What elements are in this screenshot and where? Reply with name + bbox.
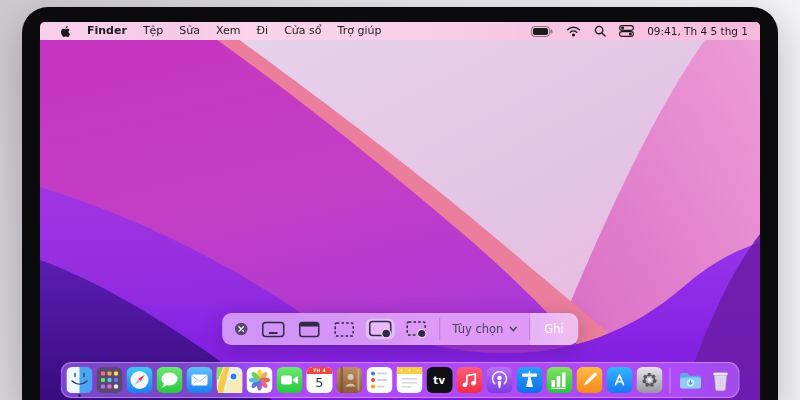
control-center-icon[interactable] [619,25,634,37]
dock-icon-maps[interactable] [217,367,243,393]
record-selection-button[interactable] [402,318,430,340]
menu-item-di[interactable]: Đi [249,22,277,40]
capture-selection-icon [333,321,355,338]
close-button[interactable] [231,320,251,338]
dock-icon-tv[interactable]: tv [427,367,453,393]
record-entire-screen-button[interactable] [365,318,395,340]
dock-icon-photos[interactable] [247,367,273,393]
menu-item-sua[interactable]: Sửa [171,22,208,40]
dock-icon-trash[interactable] [708,367,734,393]
capture-selection-button[interactable] [330,319,358,340]
menu-item-app-name[interactable]: Finder [79,22,135,40]
close-icon [234,322,248,336]
dock: TH 4 5 [61,362,740,398]
record-label: Ghi [544,322,563,336]
menu-item-tep[interactable]: Tệp [135,22,171,40]
options-label: Tùy chọn [452,322,503,336]
dock-icon-calendar[interactable]: TH 4 5 [307,367,333,393]
dock-icon-contacts[interactable] [337,367,363,393]
dock-icon-notes[interactable] [397,367,423,393]
dock-icon-reminders[interactable] [367,367,393,393]
dock-icon-keynote[interactable] [517,367,543,393]
dock-icon-facetime[interactable] [277,367,303,393]
apple-logo-icon [60,25,71,38]
dock-icon-music[interactable] [457,367,483,393]
photo-backdrop: Finder Tệp Sửa Xem Đi Cửa sổ Trợ giúp [0,0,800,400]
record-selection-icon [405,320,427,338]
macbook-screen: Finder Tệp Sửa Xem Đi Cửa sổ Trợ giúp [40,22,760,400]
menu-bar-clock[interactable]: 09:41, Th 4 5 thg 1 [647,25,748,37]
dock-icon-launchpad[interactable] [97,367,123,393]
menu-item-tro-giup[interactable]: Trợ giúp [330,22,390,40]
menu-item-cua-so[interactable]: Cửa sổ [276,22,329,40]
dock-divider [670,368,671,393]
wifi-icon[interactable] [566,25,581,37]
calendar-day: 5 [307,374,333,392]
dock-icon-system-preferences[interactable] [637,367,663,393]
battery-icon[interactable] [531,26,553,37]
dock-icon-app-store[interactable] [607,367,633,393]
dock-icon-numbers[interactable] [547,367,573,393]
screenshot-toolbar: Tùy chọn Ghi [222,313,578,345]
dock-icon-downloads-folder[interactable] [678,367,704,393]
chevron-down-icon [509,326,517,332]
calendar-weekday: TH 4 [307,367,333,374]
record-screen-icon [368,320,392,338]
dock-icon-messages[interactable] [157,367,183,393]
capture-window-icon [298,321,320,338]
search-icon[interactable] [594,25,606,37]
dock-icon-safari[interactable] [127,367,153,393]
capture-entire-screen-button[interactable] [258,319,288,340]
dock-icon-mail[interactable] [187,367,213,393]
dock-icon-podcasts[interactable] [487,367,513,393]
apple-menu[interactable] [52,25,79,38]
tv-label: tv [433,375,445,386]
menu-bar: Finder Tệp Sửa Xem Đi Cửa sổ Trợ giúp [40,22,760,40]
dock-icon-finder[interactable] [67,367,93,393]
running-indicator-dot [78,394,81,397]
menu-item-xem[interactable]: Xem [208,22,249,40]
capture-window-button[interactable] [295,319,323,340]
record-button[interactable]: Ghi [530,313,577,345]
options-dropdown[interactable]: Tùy chọn [440,313,529,345]
capture-screen-icon [261,321,285,338]
dock-icon-pages[interactable] [577,367,603,393]
